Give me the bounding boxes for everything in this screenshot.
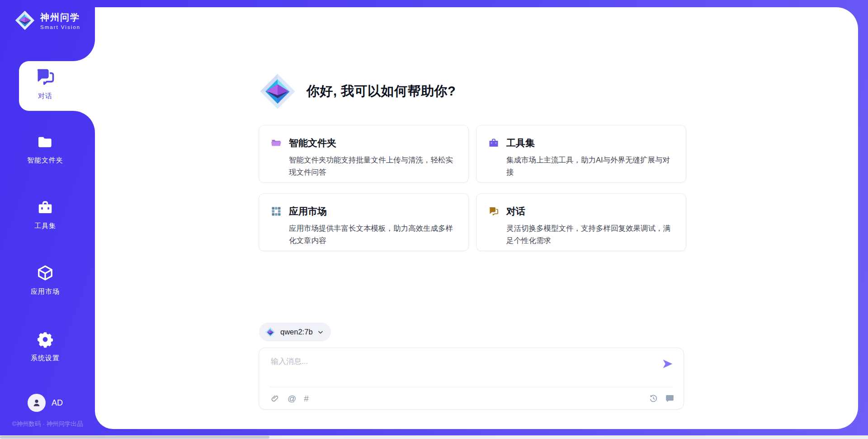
sidebar: 神州问学 Smart Vision 对话 智能文件夹	[0, 0, 95, 439]
logo-diamond-icon	[14, 10, 35, 31]
feature-cards: 智能文件夹 智能文件夹功能支持批量文件上传与清洗，轻松实现文件问答 工具集 集成…	[259, 125, 686, 251]
sidebar-item-label: 应用市场	[31, 287, 60, 296]
briefcase-icon	[488, 138, 499, 148]
card-toolset[interactable]: 工具集 集成市场上主流工具，助力AI与外界无缝扩展与对接	[476, 125, 686, 183]
card-smart-folder[interactable]: 智能文件夹 智能文件夹功能支持批量文件上传与清洗，轻松实现文件问答	[259, 125, 469, 183]
brand-subtitle: Smart Vision	[40, 24, 80, 30]
sidebar-item-app-market[interactable]: 应用市场	[0, 264, 90, 296]
logo-diamond-icon	[259, 72, 297, 110]
chat-icon	[35, 67, 56, 87]
avatar	[28, 394, 46, 412]
sidebar-item-toolset[interactable]: 工具集	[0, 200, 90, 230]
gear-icon	[37, 331, 54, 348]
sidebar-item-smart-folder[interactable]: 智能文件夹	[0, 134, 90, 165]
sidebar-item-label: 工具集	[34, 222, 56, 230]
comment-icon[interactable]	[665, 394, 675, 403]
model-name: qwen2:7b	[280, 328, 313, 336]
sidebar-item-chat[interactable]: 对话	[19, 61, 95, 111]
card-title: 对话	[506, 205, 525, 218]
grid-icon	[271, 206, 282, 217]
history-icon[interactable]	[649, 394, 658, 403]
sidebar-item-label: 对话	[38, 92, 52, 100]
message-input[interactable]	[271, 356, 651, 382]
card-title: 工具集	[506, 137, 535, 149]
sidebar-item-label: 智能文件夹	[27, 156, 63, 165]
sidebar-item-settings[interactable]: 系统设置	[0, 331, 90, 363]
scrollbar-thumb[interactable]	[0, 436, 269, 439]
card-app-market[interactable]: 应用市场 应用市场提供丰富长文本模板，助力高效生成多样化文章内容	[259, 193, 469, 251]
brand-logo: 神州问学 Smart Vision	[0, 10, 95, 31]
card-title: 智能文件夹	[289, 137, 336, 149]
app-window: 神州问学 Smart Vision 对话 智能文件夹	[0, 0, 868, 439]
greeting-block: 你好, 我可以如何帮助你?	[259, 72, 456, 111]
input-toolbar: @ #	[271, 387, 675, 410]
chevron-down-icon	[317, 329, 324, 335]
folder-icon	[37, 134, 53, 150]
card-title: 应用市场	[289, 205, 327, 218]
hash-icon[interactable]: #	[304, 394, 309, 404]
cube-icon	[37, 264, 54, 282]
content-area: 你好, 我可以如何帮助你? 智能文件夹 智能文件夹功能支持批量文件上传与清洗，轻…	[95, 7, 858, 429]
brand-name: 神州问学	[40, 11, 80, 24]
at-icon[interactable]: @	[288, 394, 296, 404]
user-name: AD	[52, 398, 63, 408]
folder-open-icon	[271, 138, 282, 148]
user-profile[interactable]: AD	[0, 394, 90, 412]
send-button[interactable]	[661, 357, 675, 371]
message-input-box: @ #	[259, 348, 684, 410]
card-description: 灵活切换多模型文件，支持多样回复效果调试，满足个性化需求	[506, 222, 673, 247]
logo-diamond-icon	[265, 327, 276, 338]
horizontal-scrollbar[interactable]	[0, 435, 868, 439]
person-icon	[31, 397, 42, 408]
briefcase-icon	[37, 200, 53, 216]
sidebar-item-label: 系统设置	[31, 354, 60, 363]
card-chat[interactable]: 对话 灵活切换多模型文件，支持多样回复效果调试，满足个性化需求	[476, 193, 686, 251]
model-selector[interactable]: qwen2:7b	[259, 323, 331, 341]
card-description: 应用市场提供丰富长文本模板，助力高效生成多样化文章内容	[289, 222, 456, 247]
sidebar-footer: ©神州数码 · 神州问学出品	[0, 420, 95, 428]
send-icon	[662, 358, 674, 370]
greeting-title: 你好, 我可以如何帮助你?	[307, 82, 456, 100]
card-description: 智能文件夹功能支持批量文件上传与清洗，轻松实现文件问答	[289, 154, 456, 178]
chat-icon	[488, 206, 499, 217]
paperclip-icon[interactable]	[271, 394, 280, 403]
card-description: 集成市场上主流工具，助力AI与外界无缝扩展与对接	[506, 154, 673, 178]
